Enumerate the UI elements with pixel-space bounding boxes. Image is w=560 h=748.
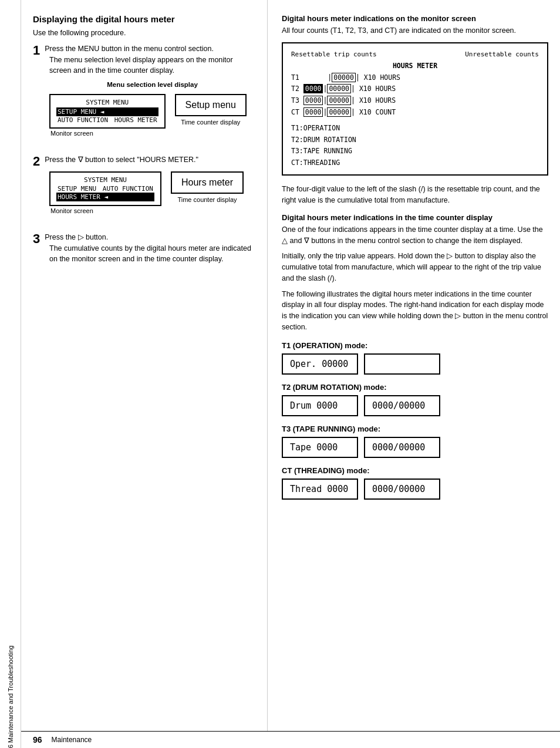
mode-t3-right-box: 0000/00000 bbox=[364, 437, 440, 458]
step-2-monitor-screen: SYSTEM MENU SETUP MENU AUTO FUNCTION HOU… bbox=[49, 171, 161, 206]
step-1-sub: The menu selection level display appears… bbox=[49, 55, 255, 137]
slash-note: The four-digit value to the left of the … bbox=[282, 184, 548, 206]
left-intro: Use the following procedure. bbox=[33, 28, 255, 39]
mode-t1-label: T1 (OPERATION) mode: bbox=[282, 341, 548, 350]
meter-title-line: HOURS METER bbox=[291, 60, 539, 72]
right-section2-title: Digital hours meter indications in the t… bbox=[282, 213, 548, 222]
step-3-number: 3 bbox=[33, 232, 40, 246]
resettable-label: Resettable trip counts bbox=[291, 49, 377, 60]
step-2-sub: SYSTEM MENU SETUP MENU AUTO FUNCTION HOU… bbox=[49, 171, 255, 214]
step-1-monitor-caption: Monitor screen bbox=[50, 130, 166, 137]
step-2-text: Press the ∇ button to select "HOURS METE… bbox=[45, 156, 198, 164]
meter-t1-line: T1 |00000| X10 HOURS bbox=[291, 72, 539, 84]
left-column: Displaying the digital hours meter Use t… bbox=[21, 0, 268, 731]
mode-t2-left-box: Drum 0000 bbox=[282, 395, 358, 416]
sidebar: Chapter 6 Maintenance and Troubleshootin… bbox=[0, 0, 21, 748]
step-1-menu-item-3: HOURS METER bbox=[113, 116, 158, 124]
step-1-number: 1 bbox=[33, 43, 40, 58]
step-1-tc-label: Setup menu bbox=[185, 100, 236, 110]
step-2-block: 2 Press the ∇ button to select "HOURS ME… bbox=[33, 154, 255, 220]
step-2-menu-item-2: AUTO FUNCTION bbox=[102, 184, 154, 193]
mode-t2-right-box: 0000/00000 bbox=[364, 395, 440, 416]
right-para3: The following illustrates the digital ho… bbox=[282, 289, 548, 333]
step-2-tc-label: Hours meter bbox=[181, 177, 233, 188]
mode-ct-right-box: 0000/00000 bbox=[364, 479, 440, 500]
step-3-block: 3 Press the ▷ button. The cumulative cou… bbox=[33, 232, 255, 271]
step-1-monitor-title: SYSTEM MENU bbox=[56, 99, 158, 106]
right-intro: All four counts (T1, T2, T3, and CT) are… bbox=[282, 25, 548, 36]
mode-t3-row: Tape 0000 0000/00000 bbox=[282, 437, 548, 458]
chapter-label: Chapter 6 Maintenance and Troubleshootin… bbox=[7, 645, 14, 748]
step-2-menu-item-1: SETUP MENU bbox=[56, 184, 97, 193]
right-para1: One of the four indications appears in t… bbox=[282, 224, 548, 247]
mode-t2-row: Drum 0000 0000/00000 bbox=[282, 395, 548, 416]
meter-t3-line: T3 0000|00000| X10 HOURS bbox=[291, 95, 539, 107]
step-2-monitor-caption: Monitor screen bbox=[50, 207, 161, 214]
page-number: 96 bbox=[33, 735, 42, 744]
step-2-time-counter: Hours meter bbox=[171, 171, 244, 194]
unresettable-label: Unresettable counts bbox=[465, 49, 539, 60]
step-1-block: 1 Press the MENU button in the menu cont… bbox=[33, 43, 255, 143]
mode-ct-row: Thread 0000 0000/00000 bbox=[282, 479, 548, 500]
meter-t2-line: T2 0000|00000| X10 HOURS bbox=[291, 83, 539, 95]
meter-ct-line: CT 0000|00000| X10 COUNT bbox=[291, 107, 539, 119]
mode-ct-label: CT (THREADING) mode: bbox=[282, 466, 548, 475]
step-3-text: Press the ▷ button. bbox=[45, 233, 108, 241]
mode-t3-left-box: Tape 0000 bbox=[282, 437, 358, 458]
right-section-title: Digital hours meter indications on the m… bbox=[282, 14, 548, 23]
step-2-tc-sublabel: Time counter display bbox=[177, 196, 237, 203]
legend-t2: T2:DRUM ROTATION bbox=[291, 134, 539, 146]
legend-ct: CT:THREADING bbox=[291, 157, 539, 169]
step-3-sub: The cumulative counts by the digital hou… bbox=[49, 243, 255, 265]
mode-t1-left-box: Oper. 00000 bbox=[282, 353, 358, 375]
main-content: Displaying the digital hours meter Use t… bbox=[21, 0, 560, 748]
step-1-subtext: The menu selection level display appears… bbox=[49, 55, 255, 77]
step-1-time-counter: Setup menu bbox=[175, 94, 247, 116]
step-1-menu-item-1: SETUP MENU ◄ bbox=[56, 107, 158, 116]
legend-t3: T3:TAPE RUNNING bbox=[291, 146, 539, 157]
step-2-number: 2 bbox=[33, 154, 40, 169]
mode-t1-right-box bbox=[364, 353, 440, 375]
step-1-menu-item-2: AUTO FUNCTION bbox=[56, 116, 109, 124]
step-2-monitor-title: SYSTEM MENU bbox=[56, 176, 154, 184]
footer-label: Maintenance bbox=[52, 736, 92, 744]
mode-ct-left-box: Thread 0000 bbox=[282, 479, 358, 500]
left-section-title: Displaying the digital hours meter bbox=[33, 14, 255, 24]
mode-t3-label: T3 (TAPE RUNNING) mode: bbox=[282, 424, 548, 433]
step-2-monitor-wrapper: SYSTEM MENU SETUP MENU AUTO FUNCTION HOU… bbox=[49, 171, 255, 214]
meter-display-box: Resettable trip counts Unresettable coun… bbox=[282, 42, 548, 176]
mode-t2-label: T2 (DRUM ROTATION) mode: bbox=[282, 383, 548, 392]
right-column: Digital hours meter indications on the m… bbox=[268, 0, 560, 731]
step-1-tc-sublabel: Time counter display bbox=[181, 119, 240, 126]
step-1-text: Press the MENU button in the menu contro… bbox=[45, 45, 214, 53]
step-1-caption: Menu selection level display bbox=[49, 81, 255, 88]
step-3-subtext: The cumulative counts by the digital hou… bbox=[49, 243, 255, 265]
page-footer: 96 Maintenance bbox=[21, 731, 560, 748]
mode-t1-row: Oper. 00000 bbox=[282, 353, 548, 375]
step-1-monitor-screen: SYSTEM MENU SETUP MENU ◄ AUTO FUNCTION H… bbox=[49, 94, 166, 129]
step-2-menu-item-3: HOURS METER ◄ bbox=[56, 193, 154, 201]
step-1-monitor-wrapper: SYSTEM MENU SETUP MENU ◄ AUTO FUNCTION H… bbox=[49, 94, 255, 137]
right-para2: Initially, only the trip value appears. … bbox=[282, 251, 548, 284]
meter-legend: T1:OPERATION T2:DRUM ROTATION T3:TAPE RU… bbox=[291, 123, 539, 169]
legend-t1: T1:OPERATION bbox=[291, 123, 539, 134]
